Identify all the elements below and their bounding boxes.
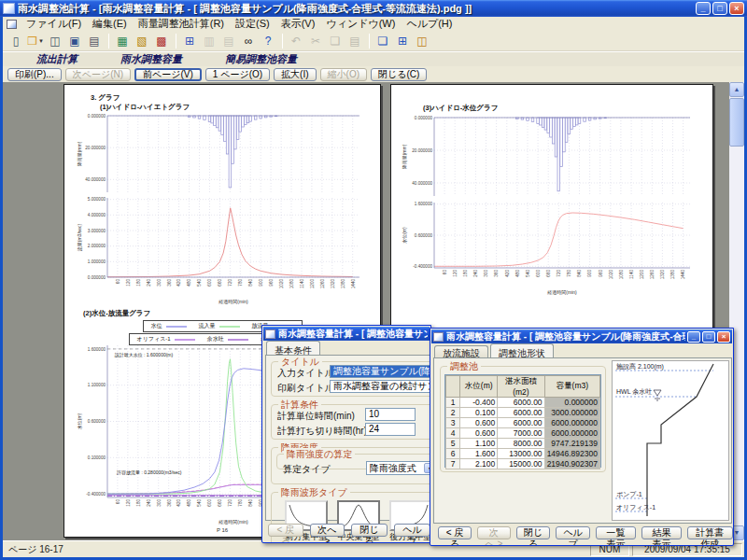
outflow-calc-icon[interactable]: ▦ — [113, 32, 132, 49]
dialog2-back-button[interactable]: < 戻る — [438, 526, 472, 539]
save-icon[interactable]: ▣ — [65, 32, 84, 49]
maximize-button[interactable]: □ — [712, 2, 727, 15]
one-page-button[interactable]: 1 ページ(O) — [205, 68, 270, 81]
value-cell[interactable]: 1.600 — [460, 449, 498, 459]
menu-settings[interactable]: 設定(S) — [230, 18, 275, 29]
svg-text:300: 300 — [157, 279, 162, 287]
tab-simple-pond-volume[interactable]: 簡易調整池容量 — [216, 52, 306, 66]
svg-text:設計最大水位 : 1.600000(m): 設計最大水位 : 1.600000(m) — [115, 352, 174, 357]
menu-help[interactable]: ヘルプ(H) — [401, 18, 458, 29]
svg-text:1.000000: 1.000000 — [88, 259, 106, 264]
value-cell[interactable]: 2.100 — [460, 459, 498, 469]
value-cell[interactable]: -0.400 — [460, 398, 498, 408]
zoom-in-button[interactable]: 拡大(I) — [274, 68, 316, 81]
value-cell[interactable]: 0.600 — [460, 418, 498, 428]
close-icon[interactable]: × — [717, 331, 730, 343]
svg-text:420: 420 — [176, 499, 181, 507]
row-number-cell[interactable]: 2 — [446, 408, 460, 418]
row-number-cell[interactable]: 6 — [446, 449, 460, 459]
value-cell[interactable]: 6000.00 — [498, 418, 544, 428]
dialog1-close-button[interactable]: 閉じる — [351, 524, 388, 537]
cascade-windows-icon[interactable]: ❏ — [374, 32, 392, 49]
minimize-button[interactable]: _ — [696, 2, 711, 15]
input-title-field[interactable]: 調整池容量サンプル(降雨強度式-合理式-等流流速法) — [330, 365, 431, 378]
dialog1-next-button[interactable]: 次へ > — [310, 524, 345, 537]
cutoff-time-field[interactable]: 24 — [365, 423, 416, 436]
svg-text:20.000000: 20.000000 — [85, 146, 106, 150]
scroll-up-button[interactable]: ▲ — [729, 82, 744, 97]
close-button[interactable]: × — [729, 2, 744, 15]
dialog2-help-button[interactable]: ヘルプ — [556, 526, 590, 539]
menu-edit[interactable]: 編集(E) — [87, 18, 133, 29]
mdi-child-icon[interactable] — [7, 20, 17, 29]
dialog2-title: 雨水調整容量計算 - [ 調整池容量サンプル(降雨強度式-合理式-等流流速法).… — [446, 330, 685, 343]
pond-calc-icon[interactable]: ▩ — [152, 32, 171, 49]
value-cell[interactable]: 15000.00 — [498, 459, 544, 469]
toolbar-separator — [282, 34, 283, 49]
legend-item: 水位 — [151, 322, 188, 330]
menu-window[interactable]: ウィンドウ(W) — [320, 18, 401, 29]
wave-option-front[interactable]: 前方集中型 — [285, 500, 328, 543]
row-number-cell[interactable]: 3 — [446, 418, 460, 428]
close-preview-button[interactable]: 閉じる(C) — [371, 68, 427, 81]
value-cell[interactable]: 14946.892300 — [544, 449, 599, 459]
table-view-icon[interactable]: ⊞ — [180, 32, 199, 49]
dialog2-close-button[interactable]: 閉じる — [516, 526, 550, 539]
row-number-cell[interactable]: 7 — [446, 459, 460, 469]
value-cell[interactable]: 3000.000000 — [544, 408, 599, 418]
value-cell[interactable]: 9747.219139 — [544, 439, 599, 449]
search-icon[interactable]: ∞ — [239, 32, 258, 49]
table-row: 61.60013000.0014946.892300 — [446, 449, 600, 459]
svg-text:2.000000: 2.000000 — [88, 244, 106, 248]
value-cell[interactable]: 13000.00 — [498, 449, 544, 459]
help-icon[interactable]: ? — [259, 32, 277, 49]
svg-text:1320: 1320 — [660, 270, 665, 280]
value-cell[interactable]: 7000.00 — [498, 428, 544, 439]
calc-type-combobox[interactable]: 降雨強度式 ▼ — [366, 461, 431, 475]
minimize-button[interactable]: _ — [687, 331, 700, 343]
maximize-button[interactable]: □ — [702, 331, 715, 343]
dialog2-report-create-button[interactable]: 計算書作成 — [687, 526, 733, 539]
print-button[interactable]: 印刷(P)... — [7, 68, 62, 81]
row-number-cell[interactable]: 1 — [446, 398, 460, 408]
menu-pond-calc[interactable]: 雨量調整池計算(R) — [133, 18, 230, 29]
svg-text:240: 240 — [147, 499, 151, 507]
value-cell[interactable]: 0.600 — [460, 428, 498, 439]
storage-calc-icon[interactable]: ▧ — [133, 32, 151, 49]
arrange-windows-icon[interactable]: ◫ — [413, 32, 431, 49]
tab-storage-volume[interactable]: 雨水調整容量 — [111, 52, 191, 66]
new-document-icon[interactable]: ▯ — [7, 32, 25, 49]
toolbar: ▯❒▼◫▣▤▦▧▩⊞▥▤∞?↶✂❏▤❏⊞◫ — [3, 31, 744, 51]
row-number-cell[interactable]: 5 — [446, 439, 460, 449]
print-title-field[interactable]: 雨水調整容量の検討サンプル(降雨強度式-合理式-等流流速法) — [330, 380, 431, 393]
scrollbar-thumb[interactable] — [729, 98, 744, 147]
svg-text:1140: 1140 — [300, 279, 304, 288]
tab-outflow-calc[interactable]: 流出計算 — [27, 52, 87, 66]
dialog1-back-button: < 戻る — [268, 524, 303, 537]
value-cell[interactable]: 0.000000 — [544, 398, 599, 408]
row-number-cell[interactable]: 4 — [446, 428, 460, 439]
dialog2-list-view-button[interactable]: 一覧表示 — [596, 526, 636, 539]
value-cell[interactable]: 6000.00 — [498, 398, 544, 408]
legend-line-swatch — [218, 324, 241, 329]
unit-time-field[interactable]: 10 — [365, 408, 416, 421]
menu-view[interactable]: 表示(V) — [275, 18, 321, 29]
value-cell[interactable]: 6000.00 — [498, 408, 544, 418]
pond-shape-table[interactable]: 水位(m)湛水面積(m2)容量(m3)1-0.4006000.000.00000… — [445, 375, 600, 469]
menu-file[interactable]: ファイル(F) — [21, 18, 87, 29]
value-cell[interactable]: 21940.902307 — [544, 459, 599, 469]
print-icon[interactable]: ▤ — [85, 32, 104, 49]
value-cell[interactable]: 0.100 — [460, 408, 498, 418]
dialog1-help-button[interactable]: ヘルプ — [394, 524, 430, 537]
dialog2-result-view-button[interactable]: 結果表示 — [641, 526, 682, 539]
open-file-icon[interactable]: ❒▼ — [26, 32, 45, 49]
value-cell[interactable]: 1.100 — [460, 439, 498, 449]
value-cell[interactable]: 6000.000000 — [544, 428, 599, 439]
value-cell[interactable]: 6000.000000 — [544, 418, 599, 428]
tile-windows-icon[interactable]: ⊞ — [393, 32, 412, 49]
value-cell[interactable]: 8000.00 — [498, 439, 544, 449]
print-preview-icon[interactable]: ◫ — [46, 32, 64, 49]
unit-time-label: 計算単位時間(min) — [277, 410, 355, 423]
prev-page-button[interactable]: 前ページ(V) — [134, 68, 202, 81]
svg-text:180: 180 — [136, 499, 141, 507]
